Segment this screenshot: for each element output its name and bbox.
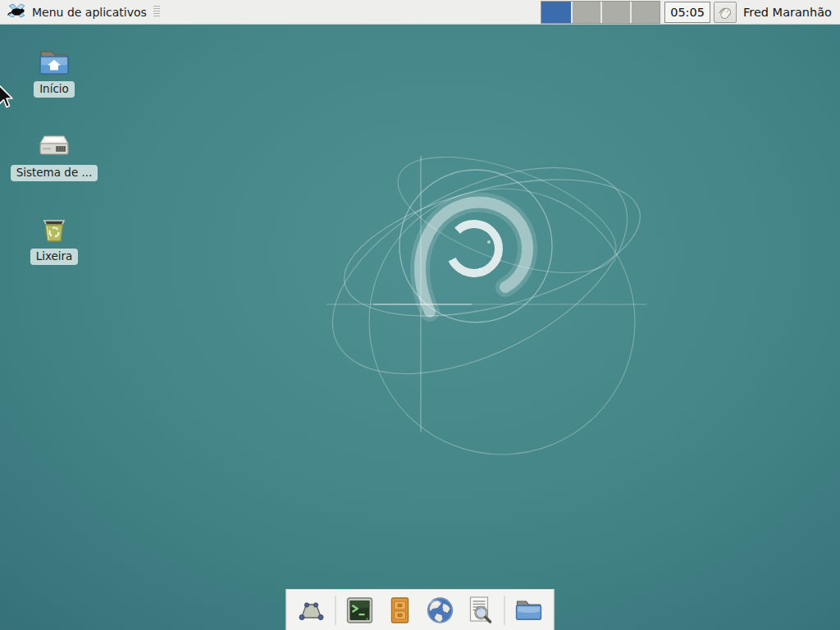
filesystem-drive-icon bbox=[36, 130, 72, 161]
terminal-launcher[interactable] bbox=[341, 591, 379, 629]
file-cabinet-icon bbox=[384, 594, 417, 627]
terminal-icon bbox=[344, 594, 377, 627]
desktop-icon-filesystem[interactable]: Sistema de ... bbox=[5, 130, 103, 181]
session-menu-button[interactable] bbox=[714, 2, 737, 23]
panel-grip bbox=[153, 6, 160, 18]
show-desktop-button[interactable] bbox=[293, 591, 331, 629]
workspace-switcher bbox=[541, 1, 660, 24]
workspace-1[interactable] bbox=[541, 2, 571, 23]
debian-lines-wallpaper-art bbox=[0, 0, 840, 630]
desktop-icon-label: Sistema de ... bbox=[11, 165, 98, 181]
dock-panel bbox=[286, 589, 555, 630]
trash-icon bbox=[36, 214, 72, 244]
desktop-icon-label: Lixeira bbox=[30, 249, 79, 265]
web-browser-launcher[interactable] bbox=[422, 591, 459, 629]
applications-menu-label: Menu de aplicativos bbox=[32, 6, 147, 19]
top-panel: Menu de aplicativos 05:05 Fred Maranhão bbox=[0, 0, 840, 25]
desktop-icon-trash[interactable]: Lixeira bbox=[5, 214, 103, 265]
workspace-4[interactable] bbox=[630, 2, 660, 23]
workspace-3[interactable] bbox=[600, 2, 630, 23]
file-cabinet-launcher[interactable] bbox=[381, 591, 419, 629]
desktop[interactable]: Início Sistema de ... Lixeira bbox=[0, 0, 840, 630]
applications-menu-button[interactable]: Menu de aplicativos bbox=[0, 0, 152, 24]
xfce-menu-icon bbox=[7, 3, 26, 21]
home-folder-icon bbox=[36, 47, 72, 77]
file-manager-icon bbox=[513, 594, 546, 627]
web-browser-icon bbox=[424, 594, 457, 627]
dock-separator bbox=[336, 596, 336, 625]
show-desktop-icon bbox=[295, 594, 328, 627]
app-finder-launcher[interactable] bbox=[462, 591, 500, 629]
mouse-icon bbox=[717, 5, 733, 20]
workspace-2[interactable] bbox=[571, 2, 600, 23]
desktop-icon-home[interactable]: Início bbox=[5, 47, 103, 98]
clock[interactable]: 05:05 bbox=[664, 2, 710, 23]
desktop-icon-label: Início bbox=[34, 81, 75, 98]
document-search-icon bbox=[464, 594, 497, 627]
username[interactable]: Fred Maranhão bbox=[737, 6, 840, 19]
dock-separator bbox=[504, 596, 505, 625]
file-manager-launcher[interactable] bbox=[510, 591, 548, 629]
